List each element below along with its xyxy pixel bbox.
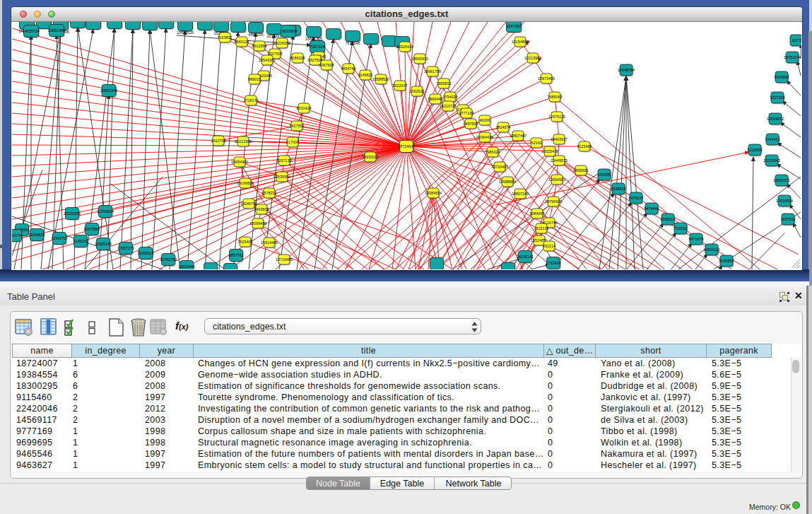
svg-text:19654982: 19654982 (231, 160, 248, 164)
svg-text:10154808: 10154808 (512, 40, 529, 44)
svg-text:164095: 164095 (598, 173, 611, 177)
svg-text:10688609: 10688609 (499, 180, 516, 184)
svg-text:3493822: 3493822 (254, 207, 269, 211)
svg-text:16648764: 16648764 (618, 68, 635, 72)
svg-text:8186328: 8186328 (290, 56, 305, 60)
svg-text:10807487: 10807487 (510, 134, 526, 138)
svg-text:2087682: 2087682 (507, 24, 522, 28)
svg-text:16033809: 16033809 (280, 29, 297, 33)
svg-text:14136141: 14136141 (517, 255, 534, 259)
svg-text:7955812: 7955812 (437, 81, 452, 86)
svg-text:13325419: 13325419 (396, 45, 413, 49)
svg-text:12213967: 12213967 (524, 56, 541, 60)
svg-text:10958117: 10958117 (137, 251, 154, 255)
svg-text:8938923: 8938923 (611, 187, 626, 191)
svg-text:7163822: 7163822 (218, 35, 233, 40)
svg-text:2367608: 2367608 (319, 63, 334, 67)
svg-text:9427552: 9427552 (290, 124, 305, 128)
svg-text:3267130: 3267130 (277, 158, 292, 163)
svg-text:16914489: 16914489 (261, 240, 278, 245)
svg-text:1145193: 1145193 (73, 239, 88, 243)
svg-text:12505195: 12505195 (95, 242, 112, 246)
svg-text:7625402: 7625402 (238, 240, 253, 244)
svg-text:10025438: 10025438 (541, 149, 558, 153)
svg-text:12023446: 12023446 (178, 264, 195, 269)
svg-text:9115460: 9115460 (577, 144, 592, 148)
svg-text:8990448: 8990448 (428, 97, 443, 101)
svg-text:9227343: 9227343 (770, 95, 785, 100)
svg-text:10653526: 10653526 (177, 30, 194, 35)
svg-text:10973493: 10973493 (538, 76, 555, 81)
svg-text:7986322: 7986322 (486, 150, 500, 154)
svg-text:763262: 763262 (674, 226, 687, 230)
svg-text:13535954: 13535954 (273, 175, 290, 179)
svg-text:8660124: 8660124 (235, 40, 249, 44)
svg-text:12093872: 12093872 (767, 117, 784, 121)
svg-text:16961758: 16961758 (424, 69, 441, 74)
svg-text:9329966: 9329966 (775, 75, 789, 79)
svg-text:9474444: 9474444 (645, 206, 659, 211)
svg-text:9899695: 9899695 (574, 168, 589, 173)
svg-text:20053346: 20053346 (100, 88, 117, 93)
svg-text:1810755: 1810755 (211, 139, 226, 143)
svg-text:12975125: 12975125 (548, 115, 565, 119)
svg-text:17016504: 17016504 (776, 199, 793, 203)
svg-text:1733426: 1733426 (546, 261, 561, 265)
svg-text:16210643: 16210643 (763, 158, 780, 163)
svg-text:12342757: 12342757 (51, 236, 68, 240)
svg-text:9777169: 9777169 (459, 111, 474, 115)
svg-text:6479197: 6479197 (629, 196, 644, 200)
svg-text:1815132: 1815132 (534, 226, 549, 230)
svg-text:12213369: 12213369 (235, 139, 252, 144)
svg-text:16782759: 16782759 (160, 257, 177, 262)
svg-text:14055724: 14055724 (23, 29, 40, 33)
svg-text:20091406: 20091406 (48, 28, 65, 33)
svg-text:19166825: 19166825 (237, 181, 254, 185)
svg-text:11172: 11172 (792, 38, 801, 42)
svg-text:217008: 217008 (286, 140, 299, 144)
svg-text:15046766: 15046766 (240, 201, 257, 206)
svg-text:9584067: 9584067 (530, 211, 545, 216)
svg-text:13720407: 13720407 (491, 165, 508, 169)
svg-text:7357224: 7357224 (310, 45, 325, 49)
svg-text:7515546: 7515546 (346, 41, 360, 45)
svg-text:15692971: 15692971 (773, 178, 790, 182)
svg-text:1071913: 1071913 (267, 34, 282, 38)
svg-text:252214: 252214 (543, 244, 555, 248)
svg-text:16671355: 16671355 (305, 37, 322, 41)
svg-text:16210725: 16210725 (440, 104, 457, 108)
svg-text:2935114: 2935114 (661, 217, 676, 221)
svg-text:3824574: 3824574 (496, 125, 511, 129)
svg-text:9857791: 9857791 (229, 253, 244, 257)
svg-text:5215955: 5215955 (748, 148, 763, 152)
svg-text:13226058: 13226058 (273, 41, 290, 45)
svg-text:12975887: 12975887 (83, 227, 100, 231)
svg-text:8454749: 8454749 (341, 66, 356, 71)
svg-text:5578332: 5578332 (262, 191, 277, 195)
svg-text:8471676: 8471676 (689, 237, 704, 241)
svg-text:18724007: 18724007 (398, 144, 415, 148)
svg-text:18463627: 18463627 (551, 137, 567, 141)
svg-text:11156829: 11156829 (28, 233, 45, 237)
svg-text:15588520: 15588520 (372, 77, 389, 81)
svg-text:17957273: 17957273 (117, 246, 134, 250)
svg-text:8031414: 8031414 (297, 106, 312, 110)
svg-text:1362615: 1362615 (410, 89, 425, 93)
svg-text:19756928: 19756928 (545, 199, 562, 204)
svg-text:15099489: 15099489 (249, 221, 266, 226)
svg-text:1167533: 1167533 (781, 217, 796, 221)
svg-text:15751074: 15751074 (784, 55, 801, 59)
svg-text:989015: 989015 (248, 77, 261, 81)
svg-text:19384554: 19384554 (425, 191, 442, 195)
svg-text:18640910: 18640910 (411, 57, 428, 61)
svg-text:391574: 391574 (12, 233, 21, 238)
svg-text:12359924: 12359924 (97, 209, 114, 214)
svg-text:10654112: 10654112 (703, 247, 720, 252)
svg-text:6497508: 6497508 (464, 122, 478, 126)
svg-text:20206555: 20206555 (64, 211, 81, 216)
svg-text:18807249: 18807249 (512, 192, 529, 196)
svg-text:20364436: 20364436 (476, 135, 493, 139)
svg-text:6466100: 6466100 (249, 33, 264, 37)
svg-text:9794028: 9794028 (443, 95, 458, 99)
svg-text:10543382: 10543382 (259, 58, 276, 62)
